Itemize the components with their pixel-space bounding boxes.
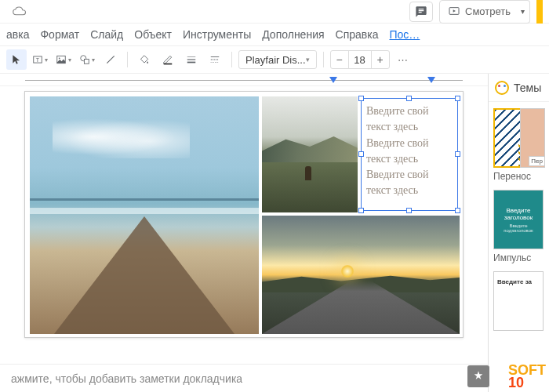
theme-thumb-impuls[interactable]: Введите заголовок Введите подзаголовок — [493, 190, 544, 249]
textbox-line: текст здесь — [366, 151, 453, 167]
resize-handle[interactable] — [358, 151, 364, 157]
font-family-value: Playfair Dis... — [245, 54, 306, 66]
font-size-increase[interactable]: + — [372, 51, 389, 68]
line-tool[interactable] — [100, 49, 121, 70]
present-dropdown[interactable]: ▾ — [516, 0, 530, 24]
svg-rect-8 — [164, 64, 173, 65]
textbox-line: текст здесь — [366, 183, 453, 198]
border-dash-tool[interactable] — [205, 49, 225, 70]
resize-handle[interactable] — [455, 151, 460, 157]
textbox-line: Введите свой — [366, 167, 453, 183]
comments-button[interactable] — [409, 2, 433, 22]
theme-label-impuls: Импульс — [493, 252, 544, 263]
svg-rect-6 — [84, 59, 89, 64]
toolbar-more[interactable]: ⋯ — [393, 54, 413, 66]
indent-marker-left[interactable] — [329, 77, 337, 85]
menu-object[interactable]: Объект — [134, 28, 172, 41]
speaker-notes[interactable]: ажмите, чтобы добавить заметки докладчик… — [0, 364, 488, 392]
toolbar: T Playfair Dis... − 18 + ⋯ — [0, 45, 549, 74]
theme-label-perenos: Перенос — [493, 171, 544, 182]
themes-title: Темы — [514, 82, 541, 94]
present-button[interactable]: Смотреть — [439, 0, 519, 24]
present-icon — [448, 5, 460, 18]
theme-thumb-plain[interactable]: Введите за — [493, 271, 544, 331]
slide-textbox-selected[interactable]: Введите свой текст здесь Введите свой те… — [361, 98, 458, 211]
slide-image-road[interactable] — [262, 216, 460, 334]
shape-tool[interactable] — [77, 49, 97, 70]
menu-slide[interactable]: Слайд — [90, 28, 123, 41]
border-color-tool[interactable] — [158, 49, 178, 70]
textbox-line: Введите свой — [366, 103, 453, 119]
resize-handle[interactable] — [406, 208, 412, 213]
border-weight-tool[interactable] — [181, 49, 202, 70]
svg-line-7 — [107, 56, 114, 63]
image-tool[interactable] — [53, 49, 74, 70]
svg-text:T: T — [36, 57, 40, 63]
textbox-line: текст здесь — [366, 119, 453, 135]
font-family-select[interactable]: Playfair Dis... — [238, 50, 317, 69]
font-size-value[interactable]: 18 — [348, 51, 372, 68]
svg-point-4 — [59, 57, 60, 59]
share-button-partial[interactable] — [536, 0, 543, 24]
themes-panel: Темы Пер Перенос Введите заголовок Введи… — [488, 74, 549, 392]
indent-marker-right[interactable] — [427, 77, 435, 85]
menu-help[interactable]: Справка — [336, 28, 379, 41]
explore-button[interactable] — [467, 365, 489, 387]
textbox-tool[interactable]: T — [30, 49, 50, 70]
slide-image-hiker[interactable] — [262, 96, 358, 212]
resize-handle[interactable] — [358, 208, 364, 213]
speaker-notes-placeholder: ажмите, чтобы добавить заметки докладчик… — [11, 372, 242, 385]
menu-bar: авка Формат Слайд Объект Инструменты Доп… — [0, 24, 549, 45]
textbox-line: Введите свой — [366, 136, 453, 151]
slide-image-boardwalk[interactable] — [30, 96, 259, 334]
menu-insert[interactable]: авка — [6, 28, 29, 41]
resize-handle[interactable] — [455, 208, 460, 213]
palette-icon — [495, 81, 509, 95]
font-size-decrease[interactable]: − — [331, 51, 348, 68]
menu-last-edit-link[interactable]: Пос… — [389, 28, 420, 41]
resize-handle[interactable] — [406, 96, 412, 101]
select-tool[interactable] — [6, 49, 27, 70]
cloud-saved-icon — [13, 6, 27, 17]
slide-canvas[interactable]: Введите свой текст здесь Введите свой те… — [24, 91, 464, 338]
resize-handle[interactable] — [358, 96, 364, 101]
fill-color-tool[interactable] — [134, 49, 155, 70]
present-label: Смотреть — [465, 5, 511, 17]
menu-addons[interactable]: Дополнения — [262, 28, 324, 41]
menu-format[interactable]: Формат — [40, 28, 79, 41]
resize-handle[interactable] — [455, 96, 460, 101]
theme-mini-btn[interactable]: Пер — [529, 156, 545, 166]
horizontal-ruler — [0, 74, 488, 86]
menu-tools[interactable]: Инструменты — [183, 28, 251, 41]
